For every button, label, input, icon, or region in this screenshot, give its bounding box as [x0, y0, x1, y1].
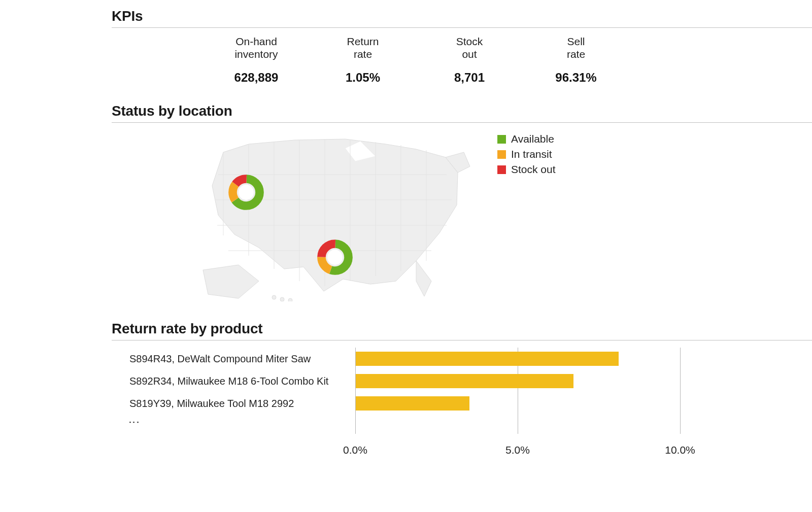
- bar-label: S892R34, Milwaukee M18 6-Tool Combo Kit: [129, 370, 355, 392]
- legend-swatch-available: [497, 135, 506, 144]
- bar[interactable]: [356, 374, 573, 388]
- gridline: [680, 348, 681, 434]
- legend-swatch-in-transit: [497, 150, 506, 159]
- status-heading: Status by location: [112, 101, 812, 123]
- kpi-value: 96.31%: [555, 71, 596, 85]
- axis-tick-label: 0.0%: [343, 444, 367, 456]
- legend-swatch-stock-out: [497, 165, 506, 174]
- kpis-heading: KPIs: [112, 6, 812, 28]
- bar-category-labels: S894R43, DeWalt Compound Miter Saw S892R…: [112, 348, 355, 449]
- kpi-value: 1.05%: [346, 71, 380, 85]
- svg-point-0: [272, 295, 276, 299]
- status-map-panel: Available In transit Stock out: [112, 129, 812, 306]
- us-map-svg: [193, 129, 477, 301]
- bar[interactable]: [356, 352, 619, 366]
- svg-point-2: [288, 298, 292, 301]
- svg-point-4: [239, 185, 254, 200]
- kpi-label: Return rate: [347, 35, 379, 60]
- bar[interactable]: [356, 396, 469, 411]
- legend-label: Stock out: [511, 163, 556, 176]
- axis-tick-label: 5.0%: [505, 444, 530, 456]
- kpi-card: Return rate 1.05%: [332, 35, 393, 85]
- us-map: [193, 129, 477, 301]
- kpi-card: On-hand inventory 628,889: [226, 35, 287, 85]
- donut-texas[interactable]: [317, 240, 353, 275]
- status-legend: Available In transit Stock out: [497, 133, 556, 179]
- kpi-label: Sell rate: [567, 35, 585, 60]
- kpi-label: On-hand inventory: [234, 35, 278, 60]
- donut-nevada[interactable]: [228, 175, 264, 210]
- kpi-row: On-hand inventory 628,889 Return rate 1.…: [112, 28, 812, 101]
- kpi-card: Stock out 8,701: [439, 35, 500, 85]
- legend-item-available: Available: [497, 133, 556, 145]
- kpi-value: 628,889: [234, 71, 279, 85]
- legend-label: In transit: [511, 148, 552, 160]
- bar-label: S894R43, DeWalt Compound Miter Saw: [129, 348, 355, 370]
- return-bar-chart: 0.0%5.0%10.0%: [355, 348, 690, 449]
- svg-point-6: [327, 250, 343, 265]
- legend-label: Available: [511, 133, 554, 145]
- svg-point-1: [280, 297, 284, 301]
- more-indicator-icon[interactable]: ⋮: [129, 415, 136, 426]
- kpi-label: Stock out: [456, 35, 483, 60]
- legend-item-stock-out: Stock out: [497, 163, 556, 176]
- bar-label: S819Y39, Milwaukee Tool M18 2992: [129, 392, 355, 415]
- axis-tick-label: 10.0%: [665, 444, 695, 456]
- return-heading: Return rate by product: [112, 319, 812, 340]
- legend-item-in-transit: In transit: [497, 148, 556, 160]
- kpi-card: Sell rate 96.31%: [546, 35, 606, 85]
- kpi-value: 8,701: [454, 71, 485, 85]
